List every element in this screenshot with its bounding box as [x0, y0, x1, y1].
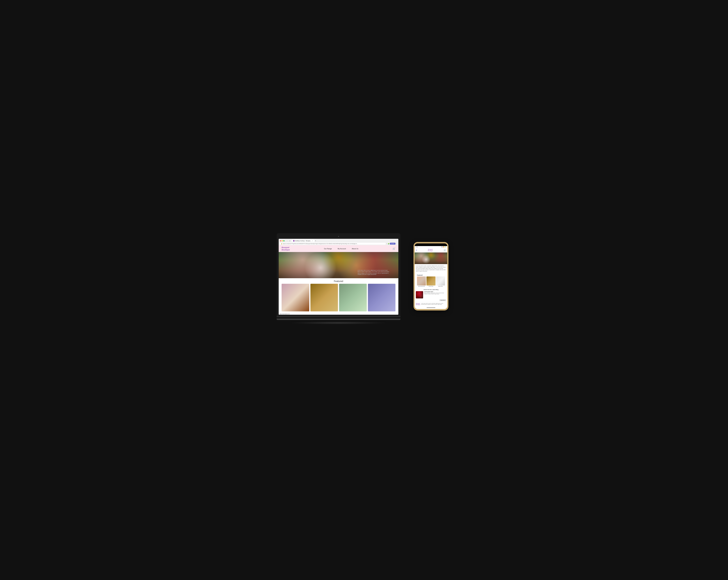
- reload-button[interactable]: ↺: [289, 240, 291, 242]
- tab-label: desktop mockup - Bouque...: [295, 240, 311, 242]
- more-options-button[interactable]: ⋮: [396, 243, 397, 245]
- notch-bar: [415, 243, 447, 246]
- maximize-button[interactable]: [283, 240, 285, 241]
- browser-status-bar: https://www.figma.com: [279, 313, 398, 315]
- traffic-lights: [280, 240, 285, 241]
- hero-section: Lorem ipsum dolor sit amet, adipiscing e…: [279, 252, 398, 278]
- browser-top-row: ‹ › ↺ desktop mockup - Bouque... ✕ +: [280, 240, 397, 242]
- phone-status-bar: 9:41 ●●● 📶 🔋: [415, 246, 447, 248]
- nav-buttons: ‹ › ↺: [285, 240, 291, 242]
- mobile-footer: Bouquet Boutique Lorem ipsum dolor sit a…: [415, 302, 447, 306]
- laptop-base: [277, 315, 400, 317]
- url-text: figma.com/proto/T9YgOWLeAJCMXfEGRTiTnC/B…: [283, 243, 358, 244]
- nav-about-us[interactable]: About Us: [352, 248, 358, 250]
- laptop-shadow: [289, 322, 388, 324]
- phone-notch: [425, 243, 437, 246]
- nav-our-range[interactable]: Our Range: [324, 248, 332, 250]
- cart-icon[interactable]: 🛒: [393, 247, 395, 250]
- mobile-blog-heading: Lorem ipsum dolor: [424, 291, 446, 292]
- mobile-blog-section: Check Out Our Latest Blog Lorem ipsum do…: [415, 288, 447, 302]
- active-tab[interactable]: desktop mockup - Bouque... ✕: [292, 240, 314, 242]
- logo-line1: Bouquet: [282, 246, 290, 249]
- mobile-featured-title: Featured: [416, 274, 446, 276]
- laptop-hinge: [277, 315, 400, 316]
- mobile-logo-line2: Boutique: [428, 250, 433, 252]
- phone-signals: ●●● 📶 🔋: [441, 246, 446, 248]
- mobile-fi-label-3: Simply White: [438, 286, 443, 287]
- site-navigation: Bouquet Boutique Our Range My Account Ab…: [279, 245, 398, 252]
- laptop-mockup: ‹ › ↺ desktop mockup - Bouque... ✕ +: [277, 233, 400, 320]
- mobile-featured-item-2[interactable]: Pastel Petals: [426, 276, 435, 286]
- hero-text: Lorem ipsum dolor sit amet, adipiscing e…: [358, 270, 390, 275]
- mobile-read-more-container: Read More: [416, 299, 446, 301]
- mobile-blog-image: [416, 291, 423, 299]
- mobile-featured-item-3[interactable]: Simply White: [436, 276, 445, 286]
- mobile-navigation: ≡ Bouquet Boutique 🛒: [415, 248, 447, 252]
- home-indicator[interactable]: [426, 307, 435, 308]
- mobile-footer-text: Lorem ipsum dolor sit amet, consectetur …: [421, 303, 446, 305]
- footer-logo-line1: Bouquet: [416, 303, 420, 304]
- mobile-hero: [415, 252, 447, 264]
- nav-my-account[interactable]: My Account: [338, 248, 346, 250]
- footer-logo-line2: Boutique: [416, 304, 420, 305]
- tab-close-icon[interactable]: ✕: [312, 240, 313, 242]
- mobile-featured-item-1[interactable]: Spring Spectacular: [417, 276, 426, 286]
- minimize-button[interactable]: [282, 240, 283, 241]
- address-bar[interactable]: 🔒 figma.com/proto/T9YgOWLeAJCMXfEGRTiTnC…: [280, 243, 386, 245]
- browser-chrome: ‹ › ↺ desktop mockup - Bouque... ✕ +: [279, 239, 398, 245]
- hero-text-overlay: Lorem ipsum dolor sit amet, adipiscing e…: [358, 270, 390, 275]
- mobile-blog-body: Amet consectetur adipiscing elit, sed do…: [424, 293, 446, 295]
- featured-item-4[interactable]: [368, 284, 396, 311]
- mobile-featured-section: Featured Spring Spectacular Pastel Petal…: [415, 273, 447, 288]
- mobile-fi-image-2: [426, 276, 435, 285]
- mobile-featured-grid: Spring Spectacular Pastel Petals Simply …: [416, 276, 446, 287]
- mobile-blog-card: Lorem ipsum dolor Amet consectetur adipi…: [416, 291, 446, 299]
- featured-section: Featured: [279, 278, 398, 313]
- nav-links: Our Range My Account About Us: [324, 248, 358, 250]
- mobile-body-text: Lorem ipsum dolor sit amet, consectetur …: [415, 264, 447, 273]
- mobile-fi-label-1: Spring Spectacular: [418, 286, 425, 287]
- site-logo: Bouquet Boutique: [282, 246, 290, 251]
- website-content: Bouquet Boutique Our Range My Account Ab…: [279, 245, 398, 313]
- mobile-fi-image-3: [436, 276, 445, 285]
- status-url: https://www.figma.com: [280, 313, 290, 314]
- featured-item-3[interactable]: [339, 284, 367, 311]
- webcam: [338, 236, 339, 237]
- address-bar-row: 🔒 figma.com/proto/T9YgOWLeAJCMXfEGRTiTnC…: [280, 243, 397, 245]
- laptop-screen: ‹ › ↺ desktop mockup - Bouque... ✕ +: [279, 239, 398, 315]
- hamburger-icon[interactable]: ≡: [416, 249, 417, 251]
- phone-mockup: 9:41 ●●● 📶 🔋 ≡ Bouquet Boutique 🛒: [414, 242, 448, 310]
- new-tab-button[interactable]: +: [315, 240, 316, 242]
- laptop-foot: [277, 319, 400, 320]
- tab-favicon: [293, 240, 294, 242]
- featured-grid: [282, 284, 395, 311]
- scene: ‹ › ↺ desktop mockup - Bouque... ✕ +: [277, 224, 451, 356]
- back-button[interactable]: ‹: [285, 240, 287, 242]
- mobile-blog-text: Lorem ipsum dolor Amet consectetur adipi…: [424, 291, 446, 299]
- mobile-fi-label-2: Pastel Petals: [428, 286, 433, 287]
- mobile-logo-line1: Bouquet: [428, 249, 433, 250]
- update-button[interactable]: Update: [390, 243, 395, 245]
- mobile-cart-icon[interactable]: 🛒: [444, 249, 446, 251]
- lock-icon: 🔒: [281, 243, 283, 244]
- mobile-body-content: Lorem ipsum dolor sit amet, consectetur …: [416, 266, 446, 272]
- browser-actions: ☆ 🧩 Update ⋮: [386, 243, 397, 245]
- featured-item-2[interactable]: [310, 284, 338, 311]
- logo-line2: Boutique: [282, 249, 290, 251]
- featured-title: Featured: [282, 280, 395, 283]
- forward-button[interactable]: ›: [287, 240, 288, 242]
- phone-screen: 9:41 ●●● 📶 🔋 ≡ Bouquet Boutique 🛒: [415, 243, 447, 309]
- mobile-blog-title: Check Out Our Latest Blog: [416, 289, 446, 290]
- mobile-website: ≡ Bouquet Boutique 🛒 Lorem ipsum dolor s…: [415, 248, 447, 306]
- mobile-fi-image-1: [417, 276, 426, 285]
- camera-bar: [279, 235, 398, 238]
- tab-bar: desktop mockup - Bouque... ✕ +: [292, 240, 316, 242]
- read-more-button[interactable]: Read More: [439, 299, 446, 301]
- mobile-logo: Bouquet Boutique: [428, 249, 433, 251]
- extensions-button[interactable]: 🧩: [388, 243, 389, 245]
- laptop-body: ‹ › ↺ desktop mockup - Bouque... ✕ +: [277, 233, 400, 315]
- bookmark-button[interactable]: ☆: [386, 243, 387, 245]
- featured-item-1[interactable]: [282, 284, 309, 311]
- close-button[interactable]: [280, 240, 281, 241]
- phone-time: 9:41: [416, 247, 418, 248]
